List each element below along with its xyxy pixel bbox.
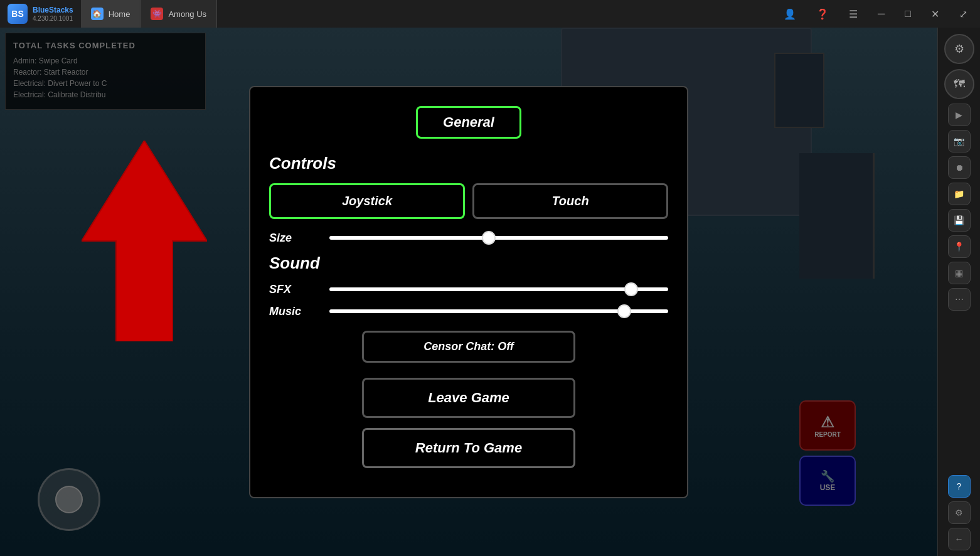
sidebar-settings2-button[interactable]: ⚙ <box>948 501 971 524</box>
sidebar-screenshot-button[interactable]: 📷 <box>948 130 971 152</box>
sidebar-help-button[interactable]: ? <box>948 475 971 498</box>
bluestacks-name: BlueStacks <box>33 6 73 14</box>
expand-button[interactable]: ⤢ <box>954 6 972 23</box>
titlebar: BS BlueStacks 4.230.20.1001 🏠 Home 👾 Amo… <box>0 0 980 28</box>
size-slider-thumb[interactable] <box>482 231 496 245</box>
menu-button[interactable]: ☰ <box>844 6 863 23</box>
game-area: TOTAL TASKS COMPLETED Admin: Swipe Card … <box>0 28 937 556</box>
sidebar-cast-button[interactable]: ▶ <box>948 104 971 126</box>
sidebar-location-button[interactable]: 📍 <box>948 235 971 258</box>
censor-chat-button[interactable]: Censor Chat: Off <box>362 331 575 363</box>
bluestacks-info: BlueStacks 4.230.20.1001 <box>33 6 73 21</box>
titlebar-controls: 👤 ❓ ☰ ─ □ ✕ ⤢ <box>771 6 980 23</box>
modal-overlay: General Controls Joystick Touch Size Sou… <box>0 28 937 556</box>
sidebar-map-button[interactable]: 🗺 <box>944 69 974 99</box>
music-slider-row: Music <box>269 305 668 318</box>
size-label: Size <box>269 232 319 245</box>
sfx-slider-row: SFX <box>269 283 668 296</box>
sfx-slider-track[interactable] <box>329 287 668 291</box>
bluestacks-version: 4.230.20.1001 <box>33 15 73 22</box>
music-label: Music <box>269 305 319 318</box>
minimize-button[interactable]: ─ <box>873 6 890 22</box>
general-tab[interactable]: General <box>416 106 521 139</box>
sidebar-back-button[interactable]: ← <box>948 528 971 550</box>
music-slider-track[interactable] <box>329 309 668 313</box>
music-slider-thumb[interactable] <box>617 304 631 318</box>
bluestacks-logo: BS BlueStacks 4.230.20.1001 <box>0 4 81 24</box>
settings-modal: General Controls Joystick Touch Size Sou… <box>249 86 688 498</box>
sidebar-multi-button[interactable]: ▦ <box>948 262 971 284</box>
return-to-game-button[interactable]: Return To Game <box>362 428 575 468</box>
controls-section: Controls Joystick Touch <box>269 154 668 219</box>
sidebar-folder-button[interactable]: 📁 <box>948 183 971 205</box>
size-slider-row: Size <box>269 232 668 245</box>
joystick-button[interactable]: Joystick <box>269 183 465 219</box>
touch-button[interactable]: Touch <box>472 183 668 219</box>
home-tab-icon: 🏠 <box>91 8 104 20</box>
sidebar-settings-button[interactable]: ⚙ <box>944 34 974 64</box>
maximize-button[interactable]: □ <box>900 6 916 22</box>
profile-button[interactable]: 👤 <box>779 6 801 23</box>
size-slider-track[interactable] <box>329 236 668 240</box>
sidebar-record-button[interactable]: ⏺ <box>948 156 971 179</box>
sfx-slider-thumb[interactable] <box>624 282 638 296</box>
leave-game-button[interactable]: Leave Game <box>362 378 575 418</box>
sidebar-more-button[interactable]: ⋯ <box>948 288 971 311</box>
close-button[interactable]: ✕ <box>926 6 944 23</box>
sound-title: Sound <box>269 254 668 273</box>
controls-title: Controls <box>269 154 668 173</box>
sound-section: Sound SFX Music <box>269 254 668 318</box>
modal-tabs: General <box>269 106 668 139</box>
tab-home[interactable]: 🏠 Home <box>81 0 141 28</box>
controls-row: Joystick Touch <box>269 183 668 219</box>
among-us-tab-label: Among Us <box>168 9 206 19</box>
help-button[interactable]: ❓ <box>811 6 834 23</box>
tab-among-us[interactable]: 👾 Among Us <box>141 0 217 28</box>
among-us-tab-icon: 👾 <box>151 8 163 20</box>
sidebar-save-button[interactable]: 💾 <box>948 209 971 232</box>
sfx-label: SFX <box>269 283 319 296</box>
bluestacks-icon: BS <box>8 4 28 24</box>
home-tab-label: Home <box>109 9 130 19</box>
right-sidebar: ⚙ 🗺 ▶ 📷 ⏺ 📁 💾 📍 ▦ ⋯ ? ⚙ ← <box>937 28 980 556</box>
